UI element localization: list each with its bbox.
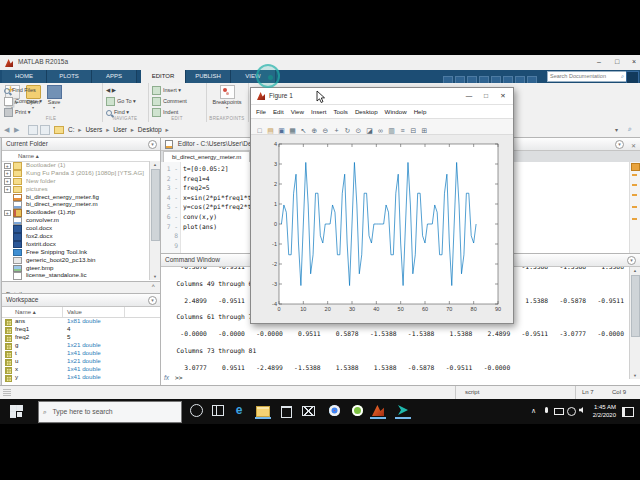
workspace-actions-icon[interactable]: ▾ bbox=[148, 296, 157, 305]
file-item[interactable]: gteer.bmp bbox=[2, 264, 149, 272]
search-documentation-input[interactable]: Search Documentation ⌕ bbox=[547, 71, 627, 82]
file-item[interactable]: +Bootloader (1) bbox=[2, 161, 149, 169]
file-explorer-taskbar-icon[interactable] bbox=[255, 403, 271, 419]
command-prompt[interactable]: >> bbox=[175, 374, 183, 381]
task-view-taskbar-icon[interactable] bbox=[210, 403, 226, 419]
workspace-variable-row[interactable]: y1x41 double bbox=[2, 373, 158, 381]
chrome-taskbar-icon[interactable] bbox=[326, 403, 342, 419]
indent-item[interactable]: Indent bbox=[152, 108, 178, 117]
file-item[interactable]: convolver.m bbox=[2, 216, 149, 224]
edge-taskbar-icon[interactable]: e bbox=[231, 403, 247, 419]
--item[interactable]: ◀ ▶ bbox=[106, 86, 116, 95]
forward-icon[interactable]: ▶ bbox=[14, 126, 19, 134]
notification-center-icon[interactable] bbox=[622, 407, 634, 417]
editor-actions-icon[interactable]: ▾ bbox=[615, 140, 624, 149]
search-icon[interactable]: ⌕ bbox=[621, 72, 624, 81]
figure-menu-edit[interactable]: Edit bbox=[273, 105, 284, 118]
snipping-tool-taskbar-icon[interactable] bbox=[395, 403, 411, 419]
back-icon[interactable]: ◀ bbox=[4, 126, 9, 134]
save-button[interactable]: Save▾ bbox=[44, 85, 64, 110]
close-button[interactable]: × bbox=[627, 56, 640, 68]
lint-marker[interactable] bbox=[632, 174, 637, 176]
workspace-variable-row[interactable]: freq14 bbox=[2, 325, 158, 333]
maximize-button[interactable]: □ bbox=[610, 56, 624, 68]
file-item[interactable]: +pictures bbox=[2, 185, 149, 193]
breadcrumb-part[interactable]: Users bbox=[85, 126, 102, 133]
taskbar-clock[interactable]: 1:45 AM 2/2/2020 bbox=[593, 403, 616, 419]
mail-taskbar-icon[interactable] bbox=[300, 403, 316, 419]
file-item[interactable]: foxtrit.docx bbox=[2, 240, 149, 248]
go-to-item[interactable]: Go To ▾ bbox=[106, 97, 136, 106]
workspace-variable-row[interactable]: g1x21 double bbox=[2, 341, 158, 349]
file-item[interactable]: Free Snipping Tool.lnk bbox=[2, 248, 149, 256]
breadcrumb-part[interactable]: Desktop bbox=[138, 126, 162, 133]
network-icon[interactable] bbox=[567, 407, 576, 416]
breadcrumb-part[interactable]: C: bbox=[68, 126, 75, 133]
breadcrumb-part[interactable]: User bbox=[113, 126, 127, 133]
file-item[interactable]: cool.docx bbox=[2, 224, 149, 232]
tab-editor[interactable]: EDITOR bbox=[141, 70, 186, 83]
hidden-icons-chevron-icon[interactable]: ∧ bbox=[531, 407, 536, 415]
store-taskbar-icon[interactable] bbox=[278, 403, 294, 419]
compare-item[interactable]: Compare ▾ bbox=[4, 97, 42, 106]
file-item[interactable]: fox2.docx bbox=[2, 232, 149, 240]
lint-marker[interactable] bbox=[632, 194, 637, 196]
fx-icon[interactable]: fx bbox=[164, 374, 169, 381]
current-folder-actions-icon[interactable]: ▾ bbox=[148, 140, 157, 149]
tab-home[interactable]: HOME bbox=[2, 70, 47, 83]
insert-item[interactable]: Insert ▾ bbox=[152, 86, 181, 95]
scroll-down-icon[interactable]: ▼ bbox=[150, 274, 160, 279]
scroll-thumb[interactable] bbox=[631, 275, 640, 337]
lint-summary-icon[interactable] bbox=[631, 163, 640, 171]
minimize-button[interactable]: – bbox=[592, 56, 606, 68]
figure-menu-tools[interactable]: Tools bbox=[333, 105, 347, 118]
volume-icon[interactable] bbox=[579, 407, 583, 413]
browse-folder-icon[interactable] bbox=[28, 125, 38, 135]
comment-item[interactable]: Comment bbox=[152, 97, 187, 106]
breakpoints-button[interactable]: Breakpoints▾ bbox=[208, 85, 246, 110]
lint-marker[interactable] bbox=[632, 218, 637, 220]
file-item[interactable]: bi_direct_energy_meter.fig bbox=[2, 193, 149, 201]
touch-keyboard-icon[interactable] bbox=[554, 408, 564, 415]
find-files-item[interactable]: Find Files bbox=[4, 86, 36, 95]
file-item[interactable]: +New folder bbox=[2, 177, 149, 185]
figure-menu-view[interactable]: View bbox=[291, 105, 304, 118]
figure-menu-file[interactable]: File bbox=[256, 105, 266, 118]
figure-close-button[interactable]: ✕ bbox=[495, 89, 511, 103]
file-item[interactable]: license_standalone.lic bbox=[2, 271, 149, 279]
file-item[interactable]: bi_direct_energy_meter.m bbox=[2, 200, 149, 208]
figure-menu-window[interactable]: Window bbox=[385, 105, 407, 118]
cortana-taskbar-icon[interactable] bbox=[188, 403, 204, 419]
scroll-down-icon[interactable]: ▼ bbox=[630, 373, 640, 378]
current-folder-scrollbar[interactable]: ▲ ▼ bbox=[149, 161, 160, 280]
green-app-taskbar-icon[interactable] bbox=[349, 403, 365, 419]
print-item[interactable]: Print ▾ bbox=[4, 108, 31, 117]
current-folder-header[interactable]: Current Folder ▾ bbox=[2, 138, 160, 151]
status-grip-icon[interactable] bbox=[3, 389, 11, 396]
find-item[interactable]: Find ▾ bbox=[106, 108, 129, 117]
scroll-up-icon[interactable]: ▲ bbox=[630, 268, 640, 273]
editor-scrollbar[interactable] bbox=[629, 162, 640, 253]
breadcrumb[interactable]: C: ▸ Users ▸ User ▸ Desktop ▸ bbox=[68, 126, 171, 134]
details-collapse-icon[interactable]: ˄ bbox=[151, 283, 155, 289]
workspace-variable-row[interactable]: x1x41 double bbox=[2, 365, 158, 373]
workspace-variable-row[interactable]: freq25 bbox=[2, 333, 158, 341]
start-button[interactable] bbox=[10, 405, 23, 418]
matlab-taskbar-icon[interactable] bbox=[370, 403, 386, 419]
address-dropdown-icon[interactable]: ▾ bbox=[615, 126, 618, 133]
figure-minimize-button[interactable]: — bbox=[461, 89, 477, 103]
up-folder-icon[interactable] bbox=[40, 125, 50, 135]
figure-maximize-button[interactable]: □ bbox=[478, 89, 494, 103]
scroll-thumb[interactable] bbox=[151, 169, 160, 241]
file-item[interactable]: generic_boot20_pc13.bin bbox=[2, 256, 149, 264]
tab-publish[interactable]: PUBLISH bbox=[186, 70, 231, 83]
workspace-variable-row[interactable]: ans1x81 double bbox=[2, 317, 158, 325]
tab-apps[interactable]: APPS bbox=[92, 70, 137, 83]
taskbar-search-box[interactable]: ⌕ Type here to search bbox=[38, 401, 182, 423]
workspace-header[interactable]: Workspace ▾ bbox=[2, 294, 160, 307]
matlab-titlebar[interactable]: MATLAB R2015a – □ × bbox=[0, 55, 640, 71]
file-item[interactable]: +Kung Fu Panda 3 (2016) [1080p] [YTS.AG] bbox=[2, 169, 149, 177]
lint-marker[interactable] bbox=[632, 184, 637, 186]
figure-menu-help[interactable]: Help bbox=[414, 105, 427, 118]
command-window-scrollbar[interactable]: ▲ ▼ bbox=[629, 267, 640, 379]
